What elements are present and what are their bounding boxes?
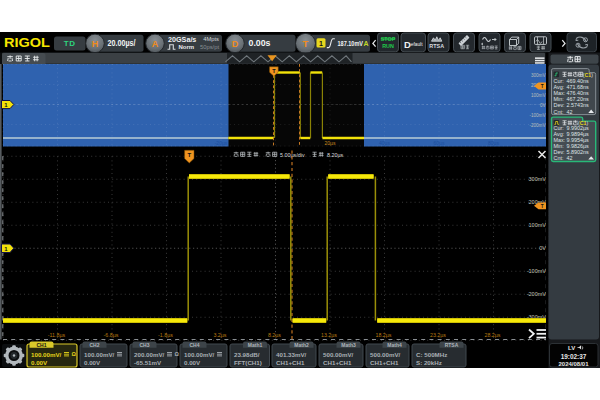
svg-text:500.00mV/: 500.00mV/ [370,351,401,358]
svg-text:CH1+CH1: CH1+CH1 [276,359,305,366]
svg-text:C: 500MHz: C: 500MHz [416,351,447,358]
svg-text:100mV: 100mV [529,222,547,228]
svg-text:187.10mV: 187.10mV [338,39,364,48]
svg-text:2024/08/01: 2024/08/01 [558,361,589,367]
svg-text:19:02:37: 19:02:37 [561,353,587,360]
svg-text:-20µs: -20µs [215,140,228,146]
svg-text:23.98dB/: 23.98dB/ [234,351,260,358]
svg-text:T: T [541,84,544,89]
svg-text:9.9902µs: 9.9902µs [567,125,590,131]
svg-text:8.20µs: 8.20µs [327,152,344,158]
svg-text:401.33mV/: 401.33mV/ [276,351,307,358]
svg-text:S: 20kHz: S: 20kHz [416,359,442,366]
svg-text:469.40ns: 469.40ns [567,78,589,84]
svg-text:Max:: Max: [554,90,566,96]
svg-text:8.2µs: 8.2µs [268,332,281,338]
svg-text:100.00mV/: 100.00mV/ [184,351,215,358]
svg-text:Min:: Min: [554,96,564,102]
svg-text:Math1: Math1 [248,342,263,348]
svg-text:CH1+CH1: CH1+CH1 [323,359,352,366]
svg-text:500.00mV/: 500.00mV/ [323,351,354,358]
svg-text:1: 1 [319,40,323,47]
svg-text:CH1+CH1: CH1+CH1 [370,359,399,366]
svg-text:-6.8µs: -6.8µs [104,332,119,338]
svg-text:100.00mV/: 100.00mV/ [84,351,115,358]
svg-text:RIGOL: RIGOL [4,35,50,50]
svg-text:0.00s: 0.00s [249,38,271,48]
svg-text:Avg:: Avg: [554,84,565,90]
svg-text:Math2: Math2 [294,342,309,348]
svg-text:Cnt:: Cnt: [554,109,564,115]
svg-text:-200mV: -200mV [527,291,547,297]
svg-text:T: T [303,38,309,49]
svg-text:LV: LV [568,345,575,351]
svg-text:H: H [92,39,99,49]
svg-text:5.8902ns: 5.8902ns [567,149,589,155]
svg-text:0.00V: 0.00V [31,359,48,366]
svg-text:Ω: Ω [175,351,180,357]
svg-text:Max:: Max: [554,137,566,143]
svg-text:200.00mV/: 200.00mV/ [134,351,165,358]
svg-text:28.2µs: 28.2µs [484,332,500,338]
svg-text:9.9826µs: 9.9826µs [567,143,590,149]
svg-text:40µs: 40µs [379,140,390,146]
svg-text:Math4: Math4 [387,342,402,348]
svg-text:80µs: 80µs [488,140,499,146]
svg-text:Cur:: Cur: [554,125,564,131]
svg-text:Norm: Norm [179,44,195,50]
svg-text:-100mV: -100mV [527,268,547,274]
svg-text:467.20ns: 467.20ns [567,96,589,102]
svg-text:RUN: RUN [382,43,394,49]
svg-text:CH2: CH2 [89,342,99,348]
svg-text:Avg:: Avg: [554,131,565,137]
svg-text:Dev:: Dev: [554,102,565,108]
svg-text:20µs: 20µs [325,140,336,146]
svg-text:60µs: 60µs [434,140,445,146]
svg-text:T: T [541,204,544,209]
svg-text:Dev:: Dev: [554,149,565,155]
svg-text:Math3: Math3 [341,342,356,348]
svg-text:-1.8µs: -1.8µs [158,332,173,338]
svg-text:D: D [232,39,239,49]
svg-text:-65.51mV: -65.51mV [134,359,162,366]
svg-text:CH3: CH3 [139,342,149,348]
svg-text:300mV: 300mV [531,73,546,78]
svg-text:RTSA: RTSA [429,43,444,49]
svg-text:A: A [364,40,369,47]
svg-text:0V: 0V [540,103,547,108]
svg-text:3.2µs: 3.2µs [213,332,226,338]
svg-text:13.2µs: 13.2µs [321,332,337,338]
svg-text:42: 42 [567,155,573,161]
svg-text:Cur:: Cur: [554,78,564,84]
svg-text:18.2µs: 18.2µs [375,332,391,338]
svg-text:9.9894µs: 9.9894µs [567,131,590,137]
svg-text:CH1: CH1 [36,342,46,348]
svg-text:20.00µs/: 20.00µs/ [108,38,136,48]
svg-text:TD: TD [64,39,76,48]
svg-text:-200mV: -200mV [529,123,546,128]
svg-text:(C1): (C1) [583,72,593,78]
svg-text:300mV: 300mV [529,176,547,182]
svg-text:A: A [152,39,159,49]
svg-text:FFT(CH1): FFT(CH1) [234,359,262,366]
svg-text:100mV: 100mV [531,93,546,98]
svg-text:0V: 0V [539,245,546,251]
svg-text:9.9954µs: 9.9954µs [567,137,590,143]
svg-text:42: 42 [567,109,573,115]
svg-text:4Mpts: 4Mpts [203,36,219,42]
svg-text:T: T [187,152,191,158]
svg-text:Min:: Min: [554,143,564,149]
svg-text:2.5743ns: 2.5743ns [567,102,589,108]
svg-text:Cnt:: Cnt: [554,155,564,161]
svg-text:-100mV: -100mV [529,113,546,118]
svg-text:50ps/pt: 50ps/pt [200,44,219,50]
svg-text:20GSa/s: 20GSa/s [168,35,196,44]
svg-text:-11.8µs: -11.8µs [48,332,66,338]
svg-text:0.00V: 0.00V [84,359,101,366]
svg-text:471.68ns: 471.68ns [567,84,589,90]
svg-text:476.40ns: 476.40ns [567,90,589,96]
svg-text:CH4: CH4 [189,342,199,348]
svg-text:RTSA: RTSA [445,342,459,348]
svg-text:23.2µs: 23.2µs [430,332,446,338]
svg-text:100.00mV/: 100.00mV/ [31,351,62,358]
